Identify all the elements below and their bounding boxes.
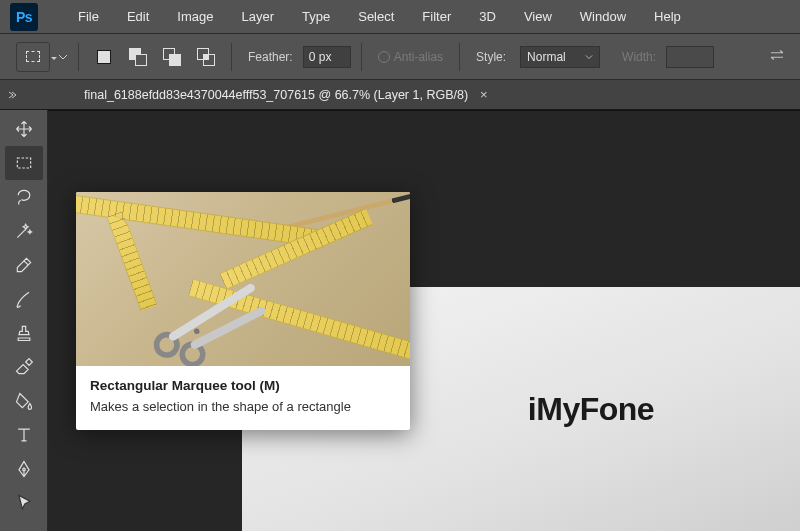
- expand-panels-button[interactable]: [0, 80, 24, 109]
- style-value: Normal: [527, 50, 566, 64]
- watermark-text: iMyFone: [528, 391, 654, 428]
- selection-subtract-icon: [163, 48, 181, 66]
- selection-new-button[interactable]: [90, 43, 118, 71]
- pen-tool[interactable]: [5, 452, 43, 486]
- swap-icon: [768, 48, 786, 62]
- feather-input[interactable]: [303, 46, 351, 68]
- cursor-icon: [14, 493, 34, 513]
- tool-tooltip: Rectangular Marquee tool (M) Makes a sel…: [76, 192, 410, 430]
- path-selection-tool[interactable]: [5, 486, 43, 520]
- lasso-icon: [14, 187, 34, 207]
- menu-file[interactable]: File: [64, 5, 113, 28]
- document-tab[interactable]: final_6188efdd83e4370044efff53_707615 @ …: [72, 80, 500, 109]
- menu-image[interactable]: Image: [163, 5, 227, 28]
- bucket-icon: [14, 391, 34, 411]
- menu-help[interactable]: Help: [640, 5, 695, 28]
- lasso-tool[interactable]: [5, 180, 43, 214]
- antialias-label: Anti-alias: [394, 50, 443, 64]
- pen-icon: [14, 459, 34, 479]
- eyedropper-icon: [14, 255, 34, 275]
- stamp-icon: [14, 323, 34, 343]
- menu-view[interactable]: View: [510, 5, 566, 28]
- tooltip-title: Rectangular Marquee tool (M): [90, 378, 396, 393]
- brush-tool[interactable]: [5, 282, 43, 316]
- menu-3d[interactable]: 3D: [465, 5, 510, 28]
- swap-wh-button[interactable]: [768, 48, 786, 66]
- divider: [361, 43, 362, 71]
- brush-icon: [14, 289, 34, 309]
- app-logo: Ps: [10, 3, 38, 31]
- width-input: [666, 46, 714, 68]
- menu-type[interactable]: Type: [288, 5, 344, 28]
- width-label: Width:: [622, 50, 656, 64]
- selection-intersect-button[interactable]: [192, 43, 220, 71]
- selection-add-icon: [129, 48, 147, 66]
- move-icon: [14, 119, 34, 139]
- type-tool[interactable]: [5, 418, 43, 452]
- menu-filter[interactable]: Filter: [408, 5, 465, 28]
- divider: [78, 43, 79, 71]
- menu-edit[interactable]: Edit: [113, 5, 163, 28]
- options-bar: Feather: Anti-alias Style: Normal Width:: [0, 34, 800, 80]
- menu-select[interactable]: Select: [344, 5, 408, 28]
- eraser-icon: [14, 357, 34, 377]
- style-label: Style:: [476, 50, 506, 64]
- svg-rect-0: [17, 158, 30, 168]
- document-tab-bar: final_6188efdd83e4370044efff53_707615 @ …: [0, 80, 800, 110]
- magic-wand-tool[interactable]: [5, 214, 43, 248]
- selection-add-button[interactable]: [124, 43, 152, 71]
- wand-icon: [14, 221, 34, 241]
- move-tool[interactable]: [5, 112, 43, 146]
- type-icon: [14, 425, 34, 445]
- menu-bar: Ps File Edit Image Layer Type Select Fil…: [0, 0, 800, 34]
- marquee-icon: [14, 153, 34, 173]
- eraser-tool[interactable]: [5, 350, 43, 384]
- style-dropdown[interactable]: Normal: [520, 46, 600, 68]
- tools-panel: [0, 110, 48, 531]
- paint-bucket-tool[interactable]: [5, 384, 43, 418]
- selection-new-icon: [97, 50, 111, 64]
- tool-dropdown-chevron-icon[interactable]: [58, 52, 68, 62]
- eyedropper-tool[interactable]: [5, 248, 43, 282]
- menu-layer[interactable]: Layer: [228, 5, 289, 28]
- tab-close-button[interactable]: ×: [480, 87, 488, 102]
- selection-subtract-button[interactable]: [158, 43, 186, 71]
- expand-icon: [7, 90, 17, 100]
- checkbox-icon: [378, 51, 390, 63]
- chevron-down-icon: [585, 53, 593, 61]
- feather-label: Feather:: [248, 50, 293, 64]
- document-tab-title: final_6188efdd83e4370044efff53_707615 @ …: [84, 88, 468, 102]
- tooltip-description: Makes a selection in the shape of a rect…: [90, 399, 396, 414]
- svg-point-3: [194, 328, 200, 334]
- marquee-icon: [26, 51, 40, 62]
- rectangular-marquee-tool[interactable]: [5, 146, 43, 180]
- divider: [459, 43, 460, 71]
- selection-intersect-icon: [197, 48, 215, 66]
- active-tool-indicator[interactable]: [16, 42, 50, 72]
- menu-window[interactable]: Window: [566, 5, 640, 28]
- divider: [231, 43, 232, 71]
- clone-stamp-tool[interactable]: [5, 316, 43, 350]
- antialias-checkbox: Anti-alias: [378, 50, 443, 64]
- tooltip-preview-image: [76, 192, 410, 366]
